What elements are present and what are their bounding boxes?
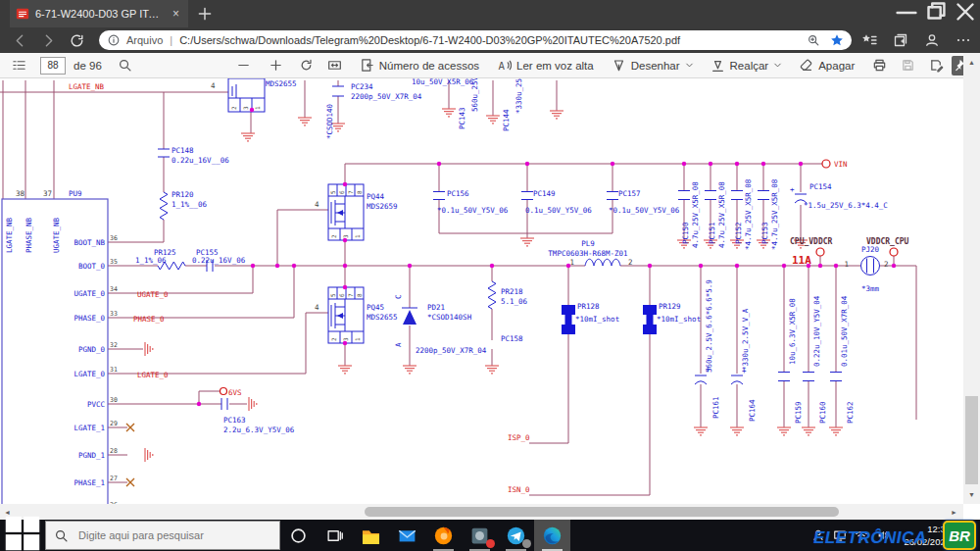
windows-taskbar: 12:36 26/02/2021 ELETRÔNICA BR [0,520,980,551]
schematic-label: 5 [329,190,336,194]
junction-dot [648,264,652,268]
display-tray-icon[interactable] [833,528,847,542]
close-button[interactable] [951,0,980,27]
profile-avatar[interactable] [924,32,940,48]
schematic-label: *3mm [861,284,880,293]
junction-dot [761,162,765,166]
firefox-button[interactable] [425,520,462,551]
accesses-button[interactable]: Número de acessos [360,58,479,73]
read-aloud-button[interactable]: A Ler em voz alta [497,58,594,73]
start-button[interactable] [0,520,45,551]
info-icon[interactable] [107,33,121,47]
vertical-scroll-thumb[interactable] [965,396,978,484]
chevron-down-icon[interactable] [772,60,783,71]
taskbar-search-box[interactable] [45,521,280,550]
schematic-label: 1 [254,106,261,110]
eraser-icon [799,58,813,73]
junction-dot [709,162,712,166]
schematic-label: 6VS [228,388,242,397]
shunt-resistor [647,313,654,326]
schematic-label: PC160 [818,401,827,424]
scroll-right-icon[interactable]: ► [951,509,957,516]
schematic-label: 2 [330,234,337,238]
junction-dot [525,162,529,166]
schematic-label: PHASE_0 [133,315,165,324]
taskbar-clock[interactable]: 12:36 26/02/2021 [892,523,951,548]
notification-badge [486,539,495,548]
wire [199,391,220,404]
browser-tab[interactable]: 6-71-W2400-D03 GP ITAUTEC A × [10,0,188,27]
new-tab-button[interactable] [196,5,214,23]
junction-dot [735,162,739,166]
taskbar-search-input[interactable] [76,528,267,542]
chevron-down-icon[interactable] [684,60,695,71]
restore-button[interactable] [921,0,951,27]
people-tray-icon[interactable] [811,528,825,542]
refresh-icon[interactable] [69,32,85,49]
horizontal-scroll-thumb[interactable] [365,507,839,517]
table-of-contents-icon[interactable] [12,58,26,73]
schematic-label: PC143 [458,107,466,129]
back-icon[interactable] [12,32,28,49]
schematic-label: PHASE_NB [24,217,33,253]
photos-app-button[interactable] [462,520,498,551]
no-connect-x [126,424,134,431]
schematic-label: 0.01u_50V_X7R_04 [840,295,849,367]
edge-button[interactable] [534,520,570,551]
schematic-label: PR120 [172,190,194,199]
draw-button[interactable]: Desenhar [612,58,695,73]
fit-to-width-icon[interactable] [327,58,342,73]
save-as-icon[interactable] [929,58,944,73]
wifi-icon[interactable] [855,528,868,542]
mail-button[interactable] [389,520,425,551]
page-total-label: de 96 [74,60,102,72]
task-view-button[interactable] [317,520,353,551]
diode-pd21 [403,310,416,325]
horizontal-scrollbar[interactable]: ◄ ► [0,504,963,520]
print-icon[interactable] [872,58,887,73]
highlighter-icon [710,58,725,73]
erase-button[interactable]: Apagar [799,58,855,73]
junction-dot [799,162,803,166]
url-text[interactable]: C:/Users/schwa/Downloads/Telegram%20Desk… [179,34,807,46]
schematic-label: 2 [230,106,237,110]
zoom-page-icon[interactable] [807,33,820,47]
file-explorer-button[interactable] [353,520,389,551]
wire [127,220,164,242]
url-field[interactable]: Arquivo | C:/Users/schwa/Downloads/Teleg… [99,30,852,50]
schematic-label: 1 [354,234,361,238]
collections-icon[interactable] [893,32,908,48]
telegram-button[interactable] [498,520,534,551]
scroll-up-icon[interactable]: ▲ [968,59,975,66]
schematic-label: PC144 [502,109,511,131]
pin-number: 29 [110,420,118,427]
search-icon [54,528,69,543]
favorite-star-icon[interactable] [830,33,844,47]
schematic-label: ISN_0 [508,485,530,494]
more-menu-icon[interactable] [956,32,971,48]
cortana-button[interactable] [280,520,317,551]
tab-close-icon[interactable]: × [170,7,182,21]
zoom-in-icon[interactable] [269,58,283,73]
pin-name: PVCC [87,400,105,409]
favorites-bar-icon[interactable] [861,32,877,48]
vertical-scrollbar[interactable]: ▲ ▼ [963,53,980,504]
junction-dot [818,264,822,268]
scroll-down-icon[interactable]: ▼ [968,491,975,498]
schematic-label: LGATE_0 [137,371,169,379]
forward-icon[interactable] [40,32,57,49]
schematic-label: 1 [354,337,361,341]
highlight-button[interactable]: Realçar [710,58,784,73]
rotate-icon[interactable] [299,58,314,73]
net-connector [816,248,824,256]
schematic-label: 1_1%_06 [135,256,167,265]
zoom-out-icon[interactable] [236,58,251,73]
schematic-label: PC156 [447,189,469,198]
schematic-label: TMPC0603H-R68M-Z01 [548,249,627,258]
page-number-input[interactable] [40,57,66,75]
volume-icon[interactable] [876,528,890,542]
schematic-label: PC163 [223,416,246,425]
junction-dot [437,162,441,166]
minimize-button[interactable] [892,0,921,27]
search-icon[interactable] [118,58,132,73]
